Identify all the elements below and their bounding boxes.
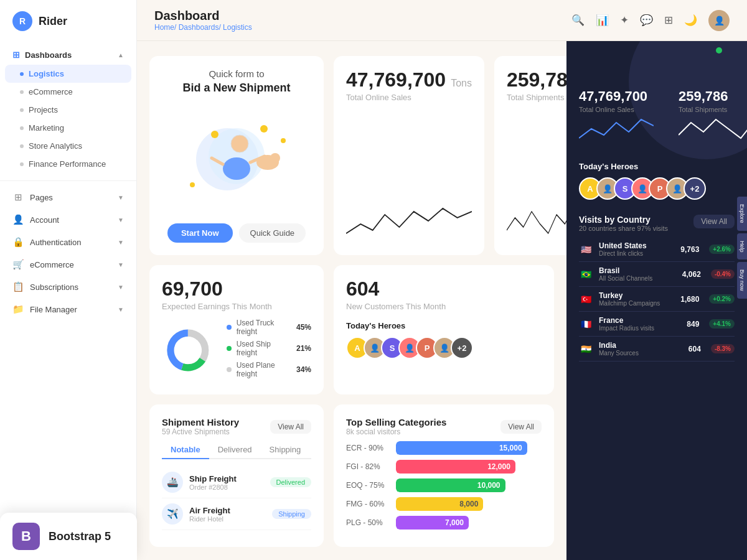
customers-number: 604 (346, 278, 542, 301)
settings-icon[interactable]: ✦ (620, 14, 629, 27)
account-icon: 👤 (12, 214, 24, 225)
help-label[interactable]: Help (737, 233, 747, 260)
sidebar-item-label: Finance Performance (29, 159, 106, 169)
sidebar-item-auth[interactable]: 🔒 Authentication ▼ (0, 231, 136, 253)
breadcrumb: Home/ Dashboards/ Logistics (154, 23, 252, 32)
quick-guide-button[interactable]: Quick Guide (239, 223, 306, 243)
chevron-icon: ▼ (118, 306, 124, 313)
br-visits: 4,062 (682, 270, 701, 279)
tr-visits: 1,680 (680, 295, 699, 304)
chevron-icon: ▼ (118, 194, 124, 201)
truck-pct: 45% (296, 323, 311, 332)
subscriptions-label: Subscriptions (30, 282, 78, 292)
earnings-card: 69,700 Expected Earnings This Month (149, 265, 324, 394)
total-shipments-label: Total Shipments (507, 93, 566, 102)
chevron-up-icon: ▲ (118, 52, 124, 58)
bar-value: 12,000 (396, 460, 515, 474)
item-dot (20, 144, 24, 148)
ecommerce-icon: 🛒 (12, 259, 24, 270)
pages-icon: ⊞ (12, 192, 24, 203)
logo-icon: R (12, 11, 32, 31)
chevron-icon: ▼ (118, 284, 124, 291)
sidebar-item-logistics[interactable]: Logistics (5, 65, 131, 83)
filemanager-label: File Manager (30, 305, 77, 314)
dashboards-label: Dashboards (25, 50, 72, 60)
visits-section: Visits by Country 20 countries share 97%… (566, 207, 747, 560)
start-now-button[interactable]: Start Now (167, 223, 233, 243)
sidebar-item-label: Projects (29, 105, 58, 114)
sidebar-item-projects[interactable]: Projects (0, 101, 136, 119)
visits-view-all-button[interactable]: View All (693, 215, 735, 228)
sidebar-item-account[interactable]: 👤 Account ▼ (0, 208, 136, 231)
plane-icon: ✈️ (162, 503, 183, 525)
sidebar-item-label: Logistics (29, 69, 64, 78)
right-panel: Explore Help Buy now 47,769,700 Total On… (566, 41, 747, 560)
sidebar-item-store-analytics[interactable]: Store Analytics (0, 137, 136, 155)
promo-banner[interactable]: B Bootstrap 5 (0, 513, 137, 560)
sidebar-item-marketing[interactable]: Marketing (0, 119, 136, 137)
categories-bars: ECR - 90% 15,000 FGI - 82% 12,000 EOQ - … (346, 441, 542, 530)
bar-value: 15,000 (396, 441, 527, 455)
dark-mode-icon[interactable]: 🌙 (684, 14, 697, 27)
tab-delivered[interactable]: Delivered (209, 441, 261, 459)
account-label: Account (30, 215, 59, 225)
user-avatar[interactable]: 👤 (708, 10, 730, 31)
total-sales-label: Total Online Sales (346, 93, 472, 102)
table-row: 🚢 Ship Freight Order #2808 Delivered (162, 467, 311, 498)
bar-label: ECR - 90% (346, 444, 390, 452)
online-indicator (716, 47, 722, 54)
sidebar-item-label: eCommerce (29, 87, 73, 96)
search-icon[interactable]: 🔍 (571, 14, 585, 27)
heroes-avatars: A 👤 S 👤 P 👤 +2 (346, 337, 542, 359)
in-change: -8.3% (711, 344, 735, 353)
in-name: India (599, 341, 682, 350)
app-name: Rider (39, 15, 67, 28)
in-visits: 604 (688, 345, 701, 353)
tab-shipping[interactable]: Shipping (261, 441, 310, 459)
hero-more: +2 (684, 177, 706, 200)
br-name: Brasil (599, 266, 676, 275)
shipment-view-all-button[interactable]: View All (270, 420, 311, 434)
page-title: Dashboard (154, 9, 252, 23)
country-row-tr: 🇹🇷 Turkey Mailchimp Campaigns 1,680 +0.2… (579, 287, 735, 312)
heroes-section: Today's Heroes A 👤 S 👤 P 👤 +2 (566, 154, 747, 207)
tr-flag: 🇹🇷 (579, 294, 593, 304)
chart-icon[interactable]: 📊 (596, 14, 609, 27)
dashboards-group[interactable]: ⊞ Dashboards ▲ (0, 45, 136, 65)
sidebar-item-ecommerce[interactable]: eCommerce (0, 83, 136, 101)
dashboard: Quick form to Bid a New Shipment (137, 41, 566, 560)
sidebar-item-ecommerce2[interactable]: 🛒 eCommerce ▼ (0, 253, 136, 276)
dark-sales-stat: 47,769,700 Total Online Sales (566, 78, 666, 154)
sidebar-item-subscriptions[interactable]: 📋 Subscriptions ▼ (0, 276, 136, 298)
tab-notable[interactable]: Notable (162, 441, 209, 459)
breadcrumb-dashboards: Dashboards/ (179, 23, 221, 32)
quick-form-title: Quick form to (182, 68, 290, 79)
messages-icon[interactable]: 💬 (640, 14, 653, 27)
customers-label: New Customers This Month (346, 302, 542, 311)
dark-sales-chart (579, 113, 654, 144)
grid-icon[interactable]: ⊞ (664, 14, 673, 27)
ship-order: Order #2808 (189, 483, 264, 491)
heroes-title: Today's Heroes (346, 321, 542, 330)
svg-point-2 (223, 157, 250, 180)
illustration (187, 122, 286, 197)
br-change: -0.4% (711, 269, 735, 279)
filemanager-icon: 📁 (12, 304, 24, 315)
quick-form-card: Quick form to Bid a New Shipment (149, 56, 324, 255)
sidebar-item-finance[interactable]: Finance Performance (0, 155, 136, 173)
sidebar-item-filemanager[interactable]: 📁 File Manager ▼ (0, 298, 136, 320)
explore-label[interactable]: Explore (737, 197, 747, 231)
sidebar-item-pages[interactable]: ⊞ Pages ▼ (0, 186, 136, 208)
chevron-icon: ▼ (118, 217, 124, 223)
in-sub: Many Sources (599, 350, 682, 357)
categories-view-all-button[interactable]: View All (500, 420, 542, 434)
ship-pct: 21% (296, 344, 311, 353)
item-dot (20, 108, 24, 112)
buy-now-label[interactable]: Buy now (737, 262, 747, 299)
active-dot (20, 72, 24, 76)
app-logo[interactable]: R Rider (0, 0, 136, 42)
br-flag: 🇧🇷 (579, 269, 593, 279)
categories-card: Top Selling Categories 8k social visitor… (334, 404, 554, 547)
br-sub: All Social Channels (599, 275, 676, 282)
svg-point-6 (270, 153, 280, 163)
